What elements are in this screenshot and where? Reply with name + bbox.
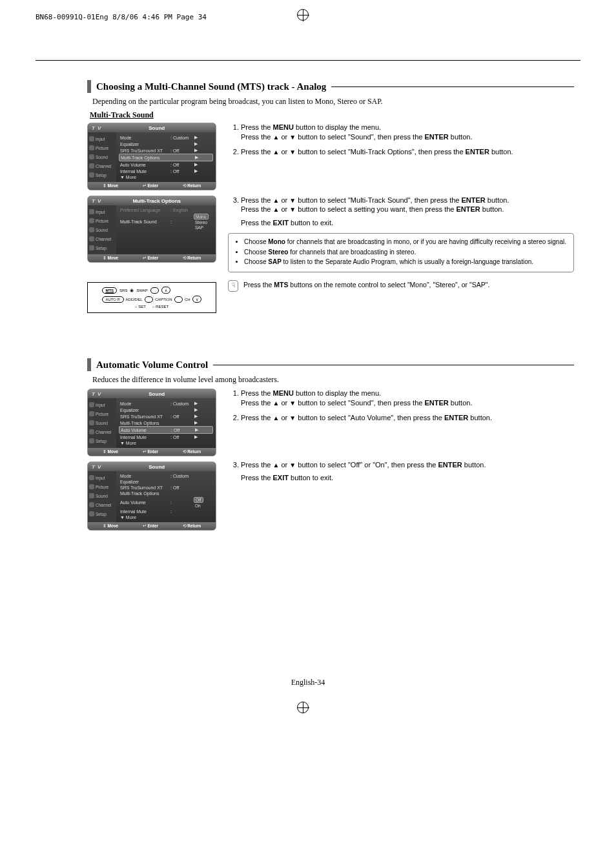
remote-btn-blank xyxy=(174,296,183,303)
step-1: Press the MENU button to display the men… xyxy=(241,123,574,142)
osd-row: Multi-Track Options xyxy=(119,491,213,496)
sidebar-glyph-icon xyxy=(89,438,94,443)
registration-mark-icon xyxy=(297,702,309,713)
osd-foot-item: ⟲ Return xyxy=(183,183,201,188)
remote-btn-caption: CAPTION xyxy=(155,298,172,301)
subheading: Multi-Track Sound xyxy=(90,110,574,120)
remote-dot-icon: ◉ xyxy=(130,288,134,293)
sidebar-glyph-icon xyxy=(89,402,94,407)
osd-footer: ⇕ Move↵ Enter⟲ Return xyxy=(88,182,216,190)
osd-footer: ⇕ Move↵ Enter⟲ Return xyxy=(88,448,216,456)
osd-row: Preferred Language: English xyxy=(119,207,213,213)
osd-main: Preferred Language: EnglishMulti-Track S… xyxy=(116,205,216,254)
osd-row: Mode: Custom▶ xyxy=(119,134,213,141)
sidebar-glyph-icon xyxy=(89,420,94,425)
osd-title: Sound xyxy=(101,391,212,397)
osd-sound-screenshot: T VSound InputPictureSoundChannelSetup M… xyxy=(87,389,216,456)
section-title: Automatic Volume Control xyxy=(96,360,208,371)
sidebar-glyph-icon xyxy=(89,493,94,498)
remote-btn-autop: AUTO P. xyxy=(102,296,123,303)
osd-logo: T V xyxy=(92,464,101,470)
osd-sidebar: InputPictureSoundChannelSetup xyxy=(88,132,116,182)
sidebar-glyph-icon xyxy=(89,236,94,241)
down-triangle-icon xyxy=(289,196,296,204)
osd-sidebar-item: Channel xyxy=(89,234,115,243)
right-column: Press the MENU button to display the men… xyxy=(228,389,574,488)
osd-foot-item: ⇕ Move xyxy=(103,183,118,188)
osd-sound-screenshot: T VSound InputPictureSoundChannelSetup M… xyxy=(87,123,216,190)
heading-bar-icon xyxy=(87,358,91,371)
osd-mts-screenshot: T VMulti-Track Options InputPictureSound… xyxy=(87,196,216,263)
osd-sound-screenshot: T VSound InputPictureSoundChannelSetup M… xyxy=(87,462,216,531)
osd-sidebar-item: Picture xyxy=(89,409,115,418)
osd-sidebar: InputPictureSoundChannelSetup xyxy=(88,398,116,448)
down-triangle-icon xyxy=(289,148,296,156)
sidebar-glyph-icon xyxy=(89,411,94,416)
sidebar-glyph-icon xyxy=(89,209,94,214)
osd-sidebar: InputPictureSoundChannelSetup xyxy=(88,205,116,254)
sidebar-glyph-icon xyxy=(89,136,94,141)
down-triangle-icon xyxy=(289,461,296,469)
osd-sidebar-item: Input xyxy=(89,207,115,216)
osd-sidebar-item: Setup xyxy=(89,170,115,179)
step-2: Press the or button to select "Auto Volu… xyxy=(241,413,574,423)
osd-foot-item: ↵ Enter xyxy=(143,256,158,261)
registration-mark-icon xyxy=(297,9,309,21)
osd-row: Multi-Track Sound:MonoStereoSAP xyxy=(119,213,213,230)
osd-row: Auto Volume: Off▶ xyxy=(119,426,213,434)
remote-icon: ☟ xyxy=(228,280,238,292)
right-column: Press the MENU button to display the men… xyxy=(228,123,574,292)
osd-sidebar-item: Setup xyxy=(89,436,115,445)
step-2: Press the or button to select "Multi-Tra… xyxy=(241,147,574,157)
step-1: Press the MENU button to display the men… xyxy=(241,389,574,408)
sidebar-glyph-icon xyxy=(89,172,94,178)
osd-logo: T V xyxy=(92,125,101,131)
osd-row: ▼ More xyxy=(119,514,213,520)
osd-sidebar-item: Picture xyxy=(89,216,115,225)
osd-sidebar-item: Picture xyxy=(89,482,115,491)
osd-sidebar-item: Picture xyxy=(89,143,115,152)
osd-title: Multi-Track Options xyxy=(101,198,212,204)
osd-sidebar-item: Channel xyxy=(89,161,115,170)
osd-row: ▼ More xyxy=(119,440,213,446)
osd-logo: T V xyxy=(92,391,101,397)
down-triangle-icon xyxy=(289,133,296,141)
osd-row: SRS TruSurround XT: Off xyxy=(119,485,213,491)
down-triangle-icon xyxy=(289,414,296,421)
remote-arrow-down-icon: ∨ xyxy=(192,296,201,303)
osd-footer: ⇕ Move↵ Enter⟲ Return xyxy=(88,522,216,530)
remote-btn-blank xyxy=(150,287,159,294)
osd-foot-item: ↵ Enter xyxy=(143,449,158,454)
tip-item: Choose Stereo for channels that are broa… xyxy=(244,248,567,257)
tip-item: Choose Mono for channels that are broadc… xyxy=(244,238,567,247)
osd-row: Equalizer▶ xyxy=(119,141,213,147)
up-triangle-icon xyxy=(273,196,280,204)
up-triangle-icon xyxy=(273,205,280,213)
down-triangle-icon xyxy=(289,205,296,213)
osd-foot-item: ⟲ Return xyxy=(183,256,201,261)
osd-sidebar-item: Input xyxy=(89,400,115,409)
osd-sidebar-item: Sound xyxy=(89,225,115,234)
osd-sidebar-item: Sound xyxy=(89,491,115,500)
section-intro: Depending on the particular program bein… xyxy=(92,97,574,107)
osd-row: Mode: Custom▶ xyxy=(119,400,213,407)
section-mts: Choosing a Multi-Channel Sound (MTS) tra… xyxy=(87,80,574,313)
osd-row: Auto Volume:OffOn xyxy=(119,496,213,509)
sidebar-glyph-icon xyxy=(89,218,94,223)
sidebar-glyph-icon xyxy=(89,163,94,168)
osd-main: Mode: CustomEqualizerSRS TruSurround XT:… xyxy=(116,471,216,522)
osd-foot-item: ⇕ Move xyxy=(103,256,118,261)
osd-foot-item: ↵ Enter xyxy=(143,183,158,188)
sidebar-glyph-icon xyxy=(89,245,94,250)
sidebar-glyph-icon xyxy=(89,511,94,516)
sidebar-glyph-icon xyxy=(89,429,94,434)
up-triangle-icon xyxy=(273,399,280,407)
osd-row: SRS TruSurround XT: Off▶ xyxy=(119,413,213,420)
sidebar-glyph-icon xyxy=(89,475,94,480)
osd-row: Mode: Custom xyxy=(119,473,213,479)
osd-row: ▼ More xyxy=(119,174,213,180)
osd-sidebar-item: Sound xyxy=(89,418,115,427)
remote-tip: ☟ Press the MTS buttons on the remote co… xyxy=(228,280,574,292)
step-3: Press the or button to select "Multi-Tra… xyxy=(241,196,574,229)
sidebar-glyph-icon xyxy=(89,502,94,507)
